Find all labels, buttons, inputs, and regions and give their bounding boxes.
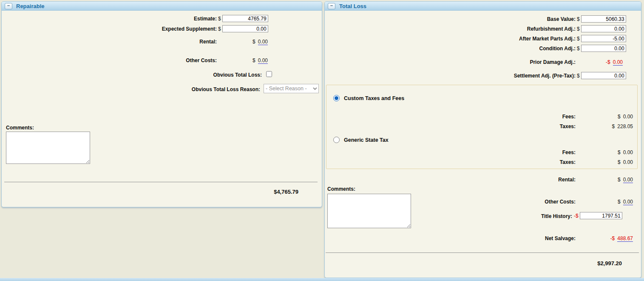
estimate-input[interactable] bbox=[222, 15, 268, 22]
custom-fees-label: Fees: bbox=[440, 114, 576, 120]
other-costs-label: Other Costs: bbox=[440, 199, 576, 205]
currency-symbol: $ bbox=[218, 26, 221, 32]
rental-value: $ 0.00 bbox=[618, 177, 633, 183]
currency-symbol: $ bbox=[577, 73, 580, 79]
custom-taxes-radio[interactable] bbox=[333, 95, 340, 101]
obvious-total-loss-label: Obvious Total Loss: bbox=[126, 72, 262, 78]
obvious-total-loss-reason-label: Obvious Total Loss Reason: bbox=[124, 86, 260, 92]
settlement-adj-field: $ bbox=[577, 72, 626, 79]
next-section-header-edge bbox=[0, 278, 644, 281]
prior-damage-adj-label: Prior Damage Adj.: bbox=[440, 59, 576, 65]
title-history-input[interactable] bbox=[580, 212, 622, 219]
custom-taxes-amount-label: Taxes: bbox=[440, 123, 576, 129]
generic-state-tax-radio[interactable] bbox=[333, 137, 340, 143]
currency-symbol: $ bbox=[618, 177, 621, 183]
expected-supplement-label: Expected Supplement: bbox=[81, 26, 217, 32]
repairable-panel-header: − Repairable bbox=[2, 2, 322, 11]
comments-textarea[interactable] bbox=[327, 194, 411, 228]
rental-amount-link[interactable]: 0.00 bbox=[623, 177, 633, 183]
currency-symbol: $ bbox=[252, 39, 255, 45]
estimate-field: $ bbox=[218, 15, 268, 22]
panel-title: Repairable bbox=[16, 3, 44, 9]
estimate-label: Estimate: bbox=[81, 16, 217, 22]
custom-fees-value: $ 0.00 bbox=[618, 114, 633, 120]
after-market-parts-adj-label: After Market Parts Adj.: bbox=[440, 36, 576, 42]
rental-amount-link[interactable]: 0.00 bbox=[258, 39, 268, 45]
valuation-screen: − Repairable Estimate: $ Expected Supple… bbox=[0, 0, 644, 281]
rental-label: Rental: bbox=[81, 39, 217, 45]
title-history-field: -$ bbox=[574, 212, 622, 219]
negative-currency-symbol: -$ bbox=[610, 235, 615, 241]
currency-symbol: $ bbox=[252, 57, 255, 63]
generic-fees-value: $ 0.00 bbox=[618, 149, 633, 155]
base-value-label: Base Value: bbox=[440, 16, 576, 22]
generic-fees-amount: 0.00 bbox=[623, 149, 633, 155]
repairable-total: $4,765.79 bbox=[274, 189, 298, 195]
custom-taxes-amount: 228.05 bbox=[617, 123, 633, 129]
generic-taxes-amount: 0.00 bbox=[623, 159, 633, 165]
settlement-adj-input[interactable] bbox=[581, 72, 626, 79]
after-market-parts-adj-field: $ bbox=[577, 35, 626, 42]
condition-adj-field: $ bbox=[577, 45, 626, 52]
expected-supplement-field: $ bbox=[218, 25, 268, 32]
refurbishment-adj-input[interactable] bbox=[581, 25, 626, 32]
currency-symbol: $ bbox=[618, 149, 621, 155]
net-salvage-amount-link[interactable]: 488.67 bbox=[617, 236, 633, 242]
comments-label: Comments: bbox=[327, 186, 355, 192]
generic-taxes-value: $ 0.00 bbox=[618, 159, 633, 165]
base-value-field: $ bbox=[577, 15, 626, 23]
custom-fees-amount: 0.00 bbox=[623, 114, 633, 120]
total-divider bbox=[326, 252, 639, 253]
generic-state-tax-option: Generic State Tax bbox=[333, 137, 389, 143]
rental-value: $ 0.00 bbox=[252, 39, 268, 45]
prior-damage-adj-value: -$ 0.00 bbox=[606, 59, 623, 66]
refurbishment-adj-label: Refurbishment Adj.: bbox=[440, 26, 576, 32]
comments-label: Comments: bbox=[6, 125, 34, 131]
comments-textarea[interactable] bbox=[6, 132, 90, 164]
generic-state-tax-label: Generic State Tax bbox=[344, 137, 389, 143]
condition-adj-label: Condition Adj.: bbox=[440, 46, 576, 52]
total-loss-panel: − Total Loss Base Value: $ Refurbishment… bbox=[324, 1, 641, 278]
other-costs-label: Other Costs: bbox=[81, 57, 217, 63]
other-costs-value: $ 0.00 bbox=[252, 57, 268, 64]
base-value-input[interactable] bbox=[581, 15, 626, 23]
collapse-icon[interactable]: − bbox=[328, 3, 335, 9]
currency-symbol: $ bbox=[577, 46, 580, 52]
total-divider bbox=[4, 182, 318, 182]
obvious-total-loss-checkbox[interactable] bbox=[266, 71, 272, 77]
custom-taxes-label: Custom Taxes and Fees bbox=[344, 95, 404, 101]
negative-currency-symbol: -$ bbox=[574, 213, 579, 219]
after-market-parts-adj-input[interactable] bbox=[581, 35, 626, 42]
net-salvage-value: -$ 488.67 bbox=[610, 235, 633, 242]
currency-symbol: $ bbox=[618, 114, 621, 120]
expected-supplement-input[interactable] bbox=[222, 25, 268, 32]
total-loss-panel-body: Base Value: $ Refurbishment Adj.: $ Afte… bbox=[325, 11, 641, 277]
currency-symbol: $ bbox=[577, 26, 580, 32]
panel-title: Total Loss bbox=[339, 3, 366, 9]
refurbishment-adj-field: $ bbox=[577, 25, 626, 32]
generic-fees-label: Fees: bbox=[440, 149, 576, 155]
currency-symbol: $ bbox=[577, 16, 580, 22]
rental-label: Rental: bbox=[440, 177, 576, 183]
prior-damage-amount-link[interactable]: 0.00 bbox=[613, 60, 623, 66]
currency-symbol: $ bbox=[218, 16, 221, 22]
obvious-total-loss-reason-select[interactable]: - Select Reason - bbox=[264, 84, 319, 93]
condition-adj-input[interactable] bbox=[581, 45, 626, 52]
negative-currency-symbol: -$ bbox=[606, 59, 610, 65]
custom-taxes-value: $ 228.05 bbox=[612, 123, 633, 129]
other-costs-amount-link[interactable]: 0.00 bbox=[623, 199, 633, 205]
currency-symbol: $ bbox=[618, 199, 621, 205]
other-costs-amount-link[interactable]: 0.00 bbox=[258, 58, 268, 64]
settlement-adj-label: Settlement Adj. (Pre-Tax): bbox=[440, 73, 576, 79]
total-loss-panel-header: − Total Loss bbox=[325, 2, 641, 11]
net-salvage-label: Net Salvage: bbox=[440, 235, 576, 241]
title-history-label: Title History: bbox=[436, 213, 572, 219]
currency-symbol: $ bbox=[612, 123, 615, 129]
custom-taxes-option: Custom Taxes and Fees bbox=[333, 95, 404, 101]
generic-taxes-label: Taxes: bbox=[440, 159, 576, 165]
collapse-icon[interactable]: − bbox=[5, 3, 12, 9]
currency-symbol: $ bbox=[618, 159, 621, 165]
repairable-panel: − Repairable Estimate: $ Expected Supple… bbox=[1, 1, 322, 207]
repairable-panel-body: Estimate: $ Expected Supplement: $ Renta… bbox=[2, 11, 322, 206]
currency-symbol: $ bbox=[577, 36, 580, 42]
